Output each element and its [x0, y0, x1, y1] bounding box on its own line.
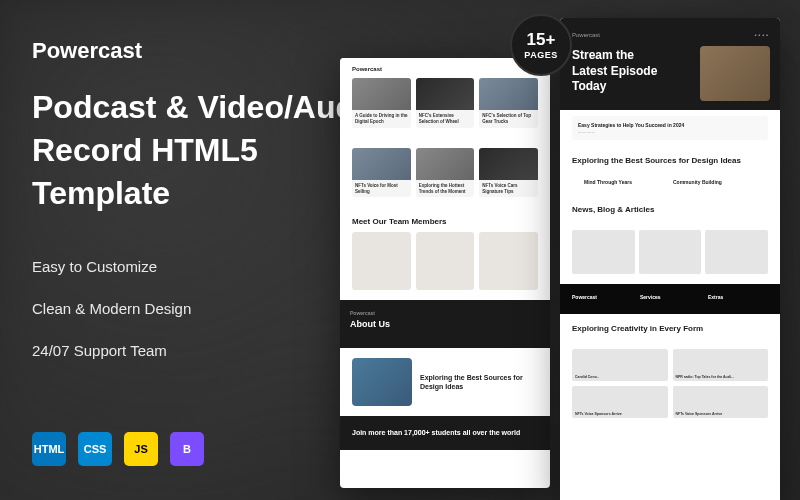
tech-badges: HTML CSS JS B [32, 432, 204, 466]
cta-banner: Join more than 17,000+ students all over… [340, 416, 550, 450]
explore-section: Exploring the Best Sources for Design Id… [340, 348, 550, 416]
footer: Powercast Services Extras [560, 284, 780, 314]
news-card [639, 230, 702, 274]
featured-card: Easy Strategies to Help You Succeed in 2… [572, 116, 768, 140]
team-heading: Meet Our Team Members [352, 217, 538, 226]
video-card: NPR radio: Top Tales for the Audi... [673, 349, 769, 381]
news-card [705, 230, 768, 274]
about-hero: Powercast About Us [340, 300, 550, 348]
team-member [416, 232, 475, 290]
team-member [352, 232, 411, 290]
video-card: Candid Conv... [572, 349, 668, 381]
explore-image [352, 358, 412, 406]
html5-icon: HTML [32, 432, 66, 466]
article-card: Exploring the Hottest Trends of the Mome… [416, 148, 475, 198]
badge-label: PAGES [524, 50, 557, 60]
team-member [479, 232, 538, 290]
news-card [572, 230, 635, 274]
article-card: NFC's Extensive Selection of Wheel [416, 78, 475, 128]
video-card: NFTs Voice Sponsors Arrive [673, 386, 769, 418]
article-card: A Guide to Driving in the Digital Epoch [352, 78, 411, 128]
article-card: NFC's Selection of Top Gear Trucks [479, 78, 538, 128]
css3-icon: CSS [78, 432, 112, 466]
template-previews: 15+ PAGES Powercast A Guide to Driving i… [340, 18, 780, 488]
bootstrap-icon: B [170, 432, 204, 466]
headline: Podcast & Video/Audio Record HTML5 Templ… [32, 86, 392, 216]
article-card: NFTs Voice Cars Signature Tips [479, 148, 538, 198]
hero-image [700, 46, 770, 101]
video-card: NFTs Voice Sponsors Arrive [572, 386, 668, 418]
hero-section: Powercast• • • • Stream the Latest Episo… [560, 18, 780, 110]
preview-right: Powercast• • • • Stream the Latest Episo… [560, 18, 780, 500]
js-icon: JS [124, 432, 158, 466]
article-card: NFTs Voice for Most Selling [352, 148, 411, 198]
pages-badge: 15+ PAGES [510, 14, 572, 76]
preview-left: Powercast A Guide to Driving in the Digi… [340, 58, 550, 488]
nav-brand: Powercast [352, 66, 538, 72]
badge-number: 15+ [527, 30, 556, 50]
